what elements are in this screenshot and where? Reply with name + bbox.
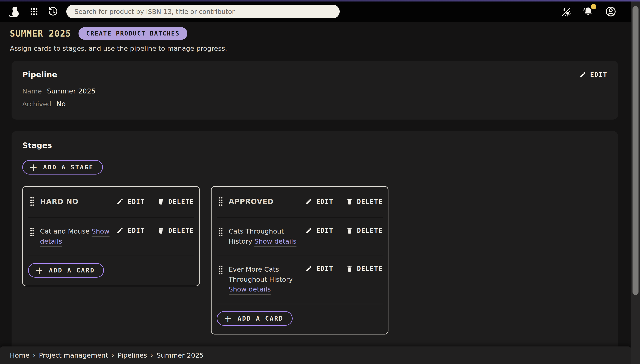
stage-header: APPROVED EDIT: [217, 187, 383, 218]
breadcrumb-separator: ›: [112, 352, 114, 359]
pipeline-card-row: Cats Throughout History Show details EDI…: [217, 218, 383, 256]
drag-handle-icon[interactable]: [218, 226, 223, 238]
breadcrumb-pipelines[interactable]: Pipelines: [118, 352, 147, 359]
stage-header: HARD NO EDIT: [28, 187, 194, 218]
stage-edit-label: EDIT: [316, 198, 333, 205]
card-edit-label: EDIT: [128, 227, 144, 234]
plus-icon: +: [35, 266, 44, 274]
apps-grid-icon[interactable]: [30, 7, 38, 16]
top-accent-line: [0, 0, 640, 2]
stages-panel-title: Stages: [22, 141, 607, 150]
card-edit-label: EDIT: [316, 227, 333, 234]
add-card-button[interactable]: + ADD A CARD: [28, 263, 104, 278]
stage-card-approved: APPROVED EDIT: [211, 186, 388, 334]
breadcrumb-separator: ›: [150, 352, 153, 359]
page-subtitle: Assign cards to stages, and use the pipe…: [10, 44, 620, 52]
show-details-link[interactable]: Show details: [229, 285, 271, 293]
add-stage-button[interactable]: + ADD A STAGE: [22, 160, 103, 174]
drag-handle-icon[interactable]: [30, 196, 34, 207]
pipeline-edit-button[interactable]: EDIT: [579, 71, 607, 78]
create-product-batches-button[interactable]: CREATE PRODUCT BATCHES: [78, 27, 188, 40]
page-title: SUMMER 2025: [10, 29, 71, 38]
trash-icon: [346, 265, 353, 272]
stages-panel: Stages + ADD A STAGE HARD NO: [12, 131, 618, 364]
add-stage-label: ADD A STAGE: [43, 164, 94, 171]
scrollbar-track[interactable]: [631, 2, 640, 364]
card-title: Ever More Cats Throughout History: [229, 266, 293, 283]
pencil-icon: [116, 198, 124, 205]
stage-delete-button[interactable]: DELETE: [157, 198, 194, 205]
search-input[interactable]: [66, 5, 340, 18]
drag-handle-icon[interactable]: [30, 226, 34, 238]
card-delete-button[interactable]: DELETE: [346, 227, 383, 234]
show-details-link[interactable]: Show details: [254, 238, 296, 245]
pipeline-field-name: Name Summer 2025: [22, 87, 607, 95]
stage-title: HARD NO: [40, 198, 78, 206]
card-delete-button[interactable]: DELETE: [157, 227, 194, 234]
stage-delete-button[interactable]: DELETE: [346, 198, 383, 205]
card-delete-label: DELETE: [168, 227, 194, 234]
breadcrumb-separator: ›: [33, 352, 36, 359]
field-label: Name: [22, 87, 42, 95]
add-card-label: ADD A CARD: [49, 267, 95, 274]
trash-icon: [157, 227, 164, 234]
stage-delete-label: DELETE: [357, 198, 383, 205]
pipeline-panel-title: Pipeline: [22, 70, 57, 79]
card-edit-label: EDIT: [316, 265, 333, 272]
stage-edit-button[interactable]: EDIT: [305, 198, 333, 205]
pipeline-card-row: Cat and Mouse Show details EDIT: [28, 218, 194, 256]
card-title: Cat and Mouse: [40, 227, 90, 235]
breadcrumb-project-management[interactable]: Project management: [39, 352, 108, 359]
field-value: Summer 2025: [47, 87, 96, 95]
stage-card-hard-no: HARD NO EDIT: [22, 186, 200, 286]
stage-title: APPROVED: [229, 198, 274, 206]
card-delete-label: DELETE: [357, 227, 383, 234]
plus-icon: +: [224, 314, 233, 322]
scrollbar-thumb[interactable]: [632, 6, 638, 295]
pipeline-field-archived: Archived No: [22, 100, 607, 108]
pencil-icon: [116, 227, 124, 234]
card-edit-button[interactable]: EDIT: [305, 227, 333, 234]
pipeline-card-row: Ever More Cats Throughout History Show d…: [217, 256, 383, 304]
theme-toggle-icon[interactable]: [561, 6, 572, 17]
cat-logo-icon[interactable]: [8, 5, 20, 18]
pencil-icon: [305, 227, 312, 234]
pencil-icon: [305, 198, 312, 205]
card-edit-button[interactable]: EDIT: [305, 265, 333, 272]
add-card-label: ADD A CARD: [238, 315, 284, 322]
pipeline-edit-label: EDIT: [590, 71, 607, 78]
pencil-icon: [305, 265, 312, 272]
pipeline-panel: Pipeline EDIT Name Summer 2025 Archived …: [12, 61, 618, 120]
drag-handle-icon[interactable]: [218, 264, 223, 276]
field-label: Archived: [22, 100, 51, 108]
stage-edit-label: EDIT: [128, 198, 144, 205]
breadcrumb-current-page[interactable]: Summer 2025: [156, 352, 204, 359]
trash-icon: [346, 198, 353, 205]
account-avatar-icon[interactable]: [605, 6, 616, 17]
main-content: SUMMER 2025 CREATE PRODUCT BATCHES Assig…: [0, 27, 640, 364]
plus-icon: +: [29, 164, 38, 171]
card-delete-button[interactable]: DELETE: [346, 265, 383, 272]
stage-delete-label: DELETE: [168, 198, 194, 205]
trash-icon: [346, 227, 353, 234]
breadcrumb: Home › Project management › Pipelines › …: [0, 346, 631, 364]
field-value: No: [56, 100, 66, 108]
trash-icon: [157, 198, 164, 205]
pencil-icon: [579, 71, 586, 78]
card-delete-label: DELETE: [357, 265, 383, 272]
drag-handle-icon[interactable]: [218, 196, 223, 207]
notification-badge: [591, 4, 596, 10]
stage-edit-button[interactable]: EDIT: [116, 198, 144, 205]
topbar: [0, 2, 640, 22]
history-icon[interactable]: [48, 6, 58, 17]
breadcrumb-home[interactable]: Home: [10, 352, 30, 359]
add-card-button[interactable]: + ADD A CARD: [217, 311, 292, 326]
card-edit-button[interactable]: EDIT: [116, 227, 144, 234]
